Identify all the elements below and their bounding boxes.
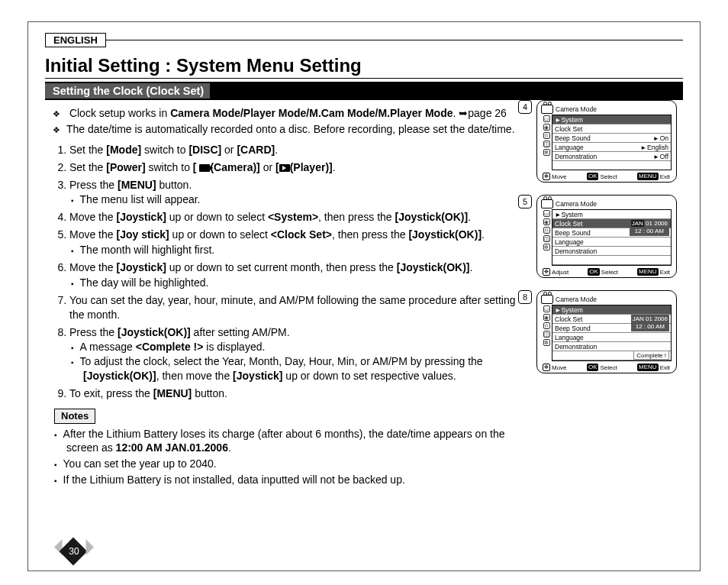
menu-row-system: ►System <box>552 305 671 315</box>
gear-icon: ✼ <box>543 149 550 156</box>
step-badge: 4 <box>518 100 532 114</box>
sub-item: To adjust the clock, select the Year, Mo… <box>83 354 526 383</box>
steps-list: Set the [Mode] switch to [DISC] or [CARD… <box>53 143 526 401</box>
menu-row-empty <box>552 161 671 170</box>
step-item: Set the [Mode] switch to [DISC] or [CARD… <box>69 143 526 157</box>
notes-header: Notes <box>54 409 95 424</box>
camera-device-icon <box>541 199 553 208</box>
menu-row-clockset: Clock Set <box>552 124 671 134</box>
player-icon <box>279 164 290 172</box>
page-frame: ENGLISH Initial Setting : System Menu Se… <box>27 21 701 571</box>
language-label: ENGLISH <box>45 33 106 47</box>
ok-icon: OK <box>588 268 600 276</box>
menu-row-beep: Beep Sound►On <box>552 134 671 143</box>
menu-row-demo: Demonstration►Off <box>552 152 671 161</box>
side-icons: ▭ ◉ ⎙ ◫ ✼ <box>541 115 552 170</box>
page-title: Initial Setting : System Menu Setting <box>45 55 683 76</box>
gear-icon: ✼ <box>543 244 550 250</box>
step-item: You can set the day, year, hour, minute,… <box>69 293 526 322</box>
screen-panel-5: 5 Camera Mode ▭ ◉ ⎙ ◫ ✼ <box>536 195 683 278</box>
step-item: Move the [Joy stick] up or down to selec… <box>69 228 526 257</box>
step-item: Press the [MENU] button. The menu list w… <box>69 178 526 208</box>
sub-item: A message <Complete !> is displayed. <box>83 340 526 354</box>
page-number-ornament: 30 <box>59 540 89 563</box>
menu-icon: MENU <box>637 173 659 180</box>
camera-icon <box>199 164 210 172</box>
display-icon: ◫ <box>543 331 550 338</box>
intro-item: The date/time is automatically recorded … <box>68 122 526 137</box>
tape-icon: ▭ <box>543 115 550 122</box>
tape-icon: ▭ <box>543 305 550 312</box>
disc-icon: ◉ <box>543 218 550 225</box>
note-item: If the Lithium Battery is not installed,… <box>66 473 526 487</box>
step-item: Set the [Power] switch to [ (Camera)] or… <box>69 160 526 175</box>
lcd-panel: Camera Mode ▭ ◉ ⎙ ◫ ✼ ►System Clock Set <box>536 195 677 278</box>
step-item: Press the [Joystick(OK)] after setting A… <box>69 325 526 384</box>
panel-footer: ✥Move OKSelect MENUExit <box>541 364 672 371</box>
instructions-column: Clock setup works in Camera Mode/Player … <box>45 100 526 490</box>
screenshots-column: 4 Camera Mode ▭ ◉ ⎙ ◫ ✼ <box>536 100 683 490</box>
date-overlay: JAN 01 2006 12 : 00 AM <box>630 219 669 236</box>
display-icon: ◫ <box>543 141 550 147</box>
step-item: Move the [Joystick] up or down to select… <box>69 210 526 225</box>
complete-message: Complete ! <box>633 351 669 360</box>
side-icons: ▭ ◉ ⎙ ◫ ✼ <box>541 209 552 266</box>
intro-list: Clock setup works in Camera Mode/Player … <box>53 106 526 137</box>
section-bar: Setting the Clock (Clock Set) <box>45 82 683 100</box>
cam-small-icon: ⎙ <box>543 227 550 234</box>
title-rule <box>45 78 683 79</box>
intro-item: Clock setup works in Camera Mode/Player … <box>68 106 526 121</box>
step-item: To exit, press the [MENU] button. <box>69 386 526 401</box>
lcd-panel: Camera Mode ▭ ◉ ⎙ ◫ ✼ ►System Clock Set <box>536 100 677 183</box>
menu-row-demo: Demonstration <box>552 247 671 256</box>
cam-small-icon: ⎙ <box>543 322 550 329</box>
sub-item: The month will highlight first. <box>83 243 526 257</box>
disc-icon: ◉ <box>543 124 550 131</box>
disc-icon: ◉ <box>543 314 550 321</box>
gear-icon: ✼ <box>543 339 550 346</box>
page-number: 30 <box>59 546 89 557</box>
menu-box: ►System Clock Set Beep Sound►On Language… <box>552 115 672 170</box>
note-item: After the Lithium Battery loses its char… <box>66 427 526 456</box>
step-item: Move the [Joystick] up or down to set cu… <box>69 260 526 290</box>
menu-row-empty <box>552 256 671 265</box>
menu-row-system: ►System <box>552 115 671 124</box>
language-header: ENGLISH <box>45 33 683 47</box>
date-overlay: JAN 01 2006 12 : 00 AM <box>631 315 669 331</box>
ok-icon: OK <box>587 364 599 371</box>
mode-label: Camera Mode <box>556 200 597 208</box>
section-title: Setting the Clock (Clock Set) <box>45 83 210 99</box>
ok-icon: OK <box>587 173 599 180</box>
screen-panel-4: 4 Camera Mode ▭ ◉ ⎙ ◫ ✼ <box>536 100 683 183</box>
panel-footer: ✥Move OKSelect MENUExit <box>541 173 672 180</box>
camera-device-icon <box>541 295 553 304</box>
menu-row-language: Language <box>552 333 671 342</box>
side-icons: ▭ ◉ ⎙ ◫ ✼ <box>541 305 552 361</box>
sub-item: The menu list will appear. <box>83 192 526 207</box>
display-icon: ◫ <box>543 235 550 242</box>
step-badge: 5 <box>518 195 532 208</box>
note-item: You can set the year up to 2040. <box>66 457 526 471</box>
dpad-icon: ✥ <box>543 268 550 276</box>
menu-icon: MENU <box>637 364 659 371</box>
mode-label: Camera Mode <box>556 296 597 303</box>
mode-label: Camera Mode <box>556 105 597 113</box>
menu-box: ►System Clock Set Beep Sound Language De… <box>552 305 672 361</box>
menu-row-language: Language <box>552 238 671 247</box>
lcd-panel: Camera Mode ▭ ◉ ⎙ ◫ ✼ ►System Clock Set <box>536 290 677 373</box>
sub-item: The day will be highlighted. <box>83 276 526 290</box>
menu-row-language: Language►English <box>552 143 671 152</box>
menu-row-system: ►System <box>552 210 671 219</box>
cam-small-icon: ⎙ <box>543 132 550 139</box>
panel-footer: ✥Adjust OKSelect MENUExit <box>541 268 672 276</box>
header-rule <box>106 40 683 40</box>
menu-box: ►System Clock Set Beep Sound Language De… <box>552 209 672 266</box>
menu-icon: MENU <box>637 268 659 276</box>
step-badge: 8 <box>518 290 532 304</box>
tape-icon: ▭ <box>543 210 550 217</box>
notes-list: After the Lithium Battery loses its char… <box>53 427 526 488</box>
dpad-icon: ✥ <box>543 364 550 371</box>
dpad-icon: ✥ <box>543 173 550 180</box>
screen-panel-8: 8 Camera Mode ▭ ◉ ⎙ ◫ ✼ <box>536 290 683 373</box>
camera-device-icon <box>541 105 553 114</box>
